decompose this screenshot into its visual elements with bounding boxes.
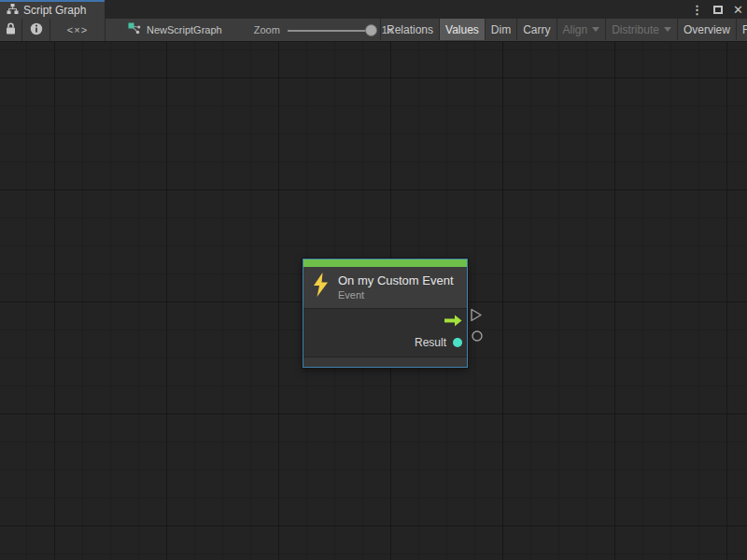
node-footer: [303, 357, 467, 367]
lock-icon: [6, 22, 16, 37]
toolbar-button-overview[interactable]: Overview: [677, 19, 736, 40]
toolbar-button-dim[interactable]: Dim: [485, 19, 516, 40]
code-preview-button[interactable]: <×>: [50, 19, 105, 41]
lock-button[interactable]: [0, 19, 21, 41]
lightning-bolt-icon: [312, 272, 330, 301]
script-graph-asset-icon: [128, 21, 141, 38]
script-graph-window: Script Graph ⋮ ✕: [0, 0, 747, 560]
zoom-slider[interactable]: [288, 19, 377, 42]
distribute-label: Distribute: [612, 23, 659, 36]
node-title: On my Custom Event: [338, 273, 454, 287]
dropdown-caret-icon: [592, 27, 599, 32]
zoom-label: Zoom: [254, 24, 280, 35]
zoom-slider-track[interactable]: [288, 30, 370, 32]
event-color-strip: [303, 259, 467, 267]
graph-toolbar: <×> NewScriptGraph Zoom 1x Relations Val…: [0, 19, 747, 42]
external-value-port-icon[interactable]: [471, 329, 484, 346]
tab-script-graph[interactable]: Script Graph: [0, 0, 105, 19]
node-on-my-custom-event[interactable]: On my Custom Event Event Result: [303, 259, 468, 368]
value-output-port-row[interactable]: Result: [303, 332, 467, 353]
info-button[interactable]: [22, 19, 49, 41]
node-header[interactable]: On my Custom Event Event: [303, 267, 467, 308]
toolbar-button-fullscreen[interactable]: Full Screen: [736, 19, 747, 40]
tab-title: Script Graph: [23, 4, 86, 17]
result-port-dot[interactable]: [453, 338, 462, 347]
graph-name-label: NewScriptGraph: [147, 24, 222, 35]
info-icon: [30, 22, 43, 38]
toolbar-button-align[interactable]: Align: [557, 19, 606, 40]
node-subtitle: Event: [338, 289, 454, 301]
external-flow-port-icon[interactable]: [470, 308, 483, 326]
toolbar-button-carry[interactable]: Carry: [516, 19, 556, 40]
align-label: Align: [563, 23, 588, 36]
result-port-label: Result: [415, 336, 446, 349]
control-flow-output-port-row[interactable]: [303, 312, 467, 332]
flow-arrow-icon[interactable]: [444, 314, 462, 330]
close-icon[interactable]: ✕: [733, 4, 743, 16]
node-body: Result: [303, 308, 467, 357]
window-menu-icon[interactable]: ⋮: [691, 4, 703, 16]
toolbar-button-relations[interactable]: Relations: [380, 19, 439, 40]
toolbar-button-values[interactable]: Values: [439, 19, 485, 40]
graph-hierarchy-icon: [7, 2, 19, 19]
dropdown-caret-icon: [664, 27, 671, 32]
graph-breadcrumb[interactable]: NewScriptGraph: [128, 19, 222, 41]
zoom-slider-handle[interactable]: [365, 24, 377, 36]
toolbar-button-distribute[interactable]: Distribute: [605, 19, 677, 40]
title-bar: Script Graph ⋮ ✕: [0, 0, 747, 19]
maximize-icon[interactable]: [713, 6, 723, 14]
